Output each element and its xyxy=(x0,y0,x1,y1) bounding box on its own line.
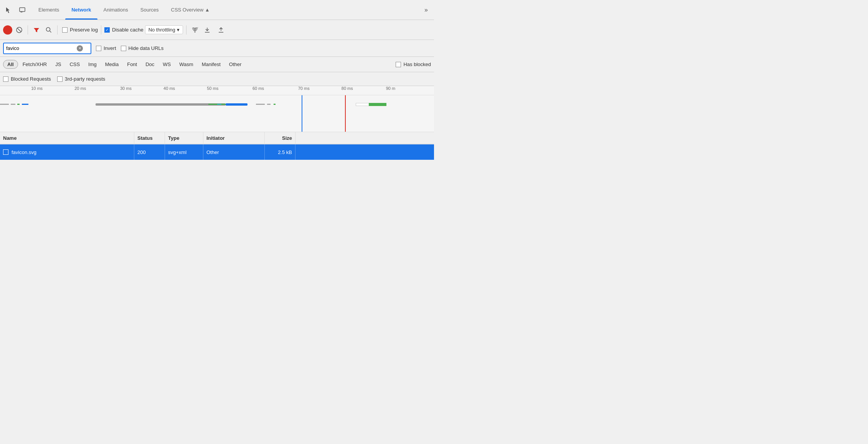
td-status: 200 xyxy=(134,144,165,160)
disable-cache-checkbox-box[interactable] xyxy=(104,27,110,33)
domcontent-line xyxy=(302,95,302,132)
devtools-icons xyxy=(3,5,28,15)
tab-elements[interactable]: Elements xyxy=(32,0,65,20)
ruler-40ms: 40 ms xyxy=(163,86,175,91)
type-filter-js[interactable]: JS xyxy=(51,60,65,68)
blocked-requests-checkbox-box[interactable] xyxy=(3,76,8,82)
invert-checkbox[interactable]: Invert xyxy=(96,45,116,51)
search-box: ✕ xyxy=(3,43,91,54)
ruler-80ms: 80 ms xyxy=(342,86,353,91)
svg-line-3 xyxy=(17,28,21,32)
file-checkbox-icon[interactable] xyxy=(3,149,8,155)
tab-bar: Elements Network Animations Sources CSS … xyxy=(0,0,434,20)
inspect-icon[interactable] xyxy=(3,5,14,15)
tab-sources[interactable]: Sources xyxy=(134,0,165,20)
record-button[interactable] xyxy=(3,25,12,35)
tl-bar-blue-1 xyxy=(22,104,28,105)
svg-rect-0 xyxy=(20,8,25,12)
throttle-dropdown[interactable]: No throttling ▾ xyxy=(145,25,183,34)
tl-bar-gray-right2 xyxy=(267,104,271,105)
import-button[interactable] xyxy=(202,25,213,35)
type-filter-doc[interactable]: Doc xyxy=(142,60,158,68)
tl-bar-gray-1 xyxy=(0,104,9,105)
ruler-20ms: 20 ms xyxy=(74,86,86,91)
toolbar-divider-3 xyxy=(101,25,101,35)
blocked-requests-row: Blocked Requests 3rd-party requests xyxy=(0,72,434,86)
type-filter-other[interactable]: Other xyxy=(225,60,246,68)
filter-button[interactable] xyxy=(31,25,42,35)
has-blocked-checkbox-box[interactable] xyxy=(396,62,401,67)
hide-data-urls-checkbox[interactable]: Hide data URLs xyxy=(121,45,164,51)
col-header-name[interactable]: Name xyxy=(0,132,134,144)
table-row[interactable]: favicon.svg 200 svg+xml Other 2.5 kB xyxy=(0,144,434,160)
tab-css-overview[interactable]: CSS Overview ▲ xyxy=(165,0,216,20)
third-party-checkbox-box[interactable] xyxy=(57,76,63,82)
svg-point-4 xyxy=(46,27,50,31)
td-size: 2.5 kB xyxy=(265,144,295,160)
timeline-content xyxy=(0,95,434,132)
tl-bar-blue-2 xyxy=(226,103,248,106)
ruler-90ms: 90 m xyxy=(386,86,395,91)
td-initiator: Other xyxy=(203,144,265,160)
type-filter-manifest[interactable]: Manifest xyxy=(198,60,224,68)
timeline-ruler: 10 ms 20 ms 30 ms 40 ms 50 ms 60 ms 70 m… xyxy=(0,86,434,95)
ruler-50ms: 50 ms xyxy=(207,86,218,91)
type-filter-ws[interactable]: WS xyxy=(159,60,175,68)
preserve-log-checkbox[interactable]: Preserve log xyxy=(62,27,98,33)
preserve-log-area: Preserve log xyxy=(62,27,98,33)
filter-row: ✕ Invert Hide data URLs xyxy=(0,40,434,57)
has-blocked-checkbox[interactable]: Has blocked xyxy=(396,61,431,67)
svg-line-5 xyxy=(50,31,51,32)
device-toggle-icon[interactable] xyxy=(17,5,28,15)
type-filter-all[interactable]: All xyxy=(3,60,18,69)
tl-bar-green-1 xyxy=(17,104,20,105)
import-export-buttons xyxy=(202,25,226,35)
col-header-initiator[interactable]: Initiator xyxy=(203,132,265,144)
tl-bar-teal xyxy=(217,104,221,105)
third-party-checkbox[interactable]: 3rd-party requests xyxy=(57,76,106,82)
col-header-type[interactable]: Type xyxy=(165,132,203,144)
tl-bar-gray-2 xyxy=(11,104,15,105)
has-blocked-area: Has blocked xyxy=(396,61,431,67)
type-filter-img[interactable]: Img xyxy=(84,60,101,68)
td-name: favicon.svg xyxy=(0,144,134,160)
type-filter-fetch-xhr[interactable]: Fetch/XHR xyxy=(19,60,51,68)
more-tabs-button[interactable]: » xyxy=(421,7,431,13)
toolbar-divider-2 xyxy=(57,25,58,35)
load-line xyxy=(345,95,346,132)
ruler-10ms: 10 ms xyxy=(31,86,43,91)
network-toolbar: Preserve log Disable cache No throttling… xyxy=(0,20,434,40)
blocked-requests-checkbox[interactable]: Blocked Requests xyxy=(3,76,51,82)
tab-animations[interactable]: Animations xyxy=(97,0,134,20)
tab-network[interactable]: Network xyxy=(65,0,97,20)
search-button[interactable] xyxy=(43,25,54,35)
network-settings-icon[interactable] xyxy=(190,25,200,35)
type-filter-bar: All Fetch/XHR JS CSS Img Media Font Doc … xyxy=(0,57,434,72)
tl-bar-green-far xyxy=(369,103,386,106)
toolbar-divider-4 xyxy=(186,25,186,35)
type-filter-wasm[interactable]: Wasm xyxy=(175,60,197,68)
type-filter-css[interactable]: CSS xyxy=(66,60,84,68)
svg-rect-1 xyxy=(21,12,22,12)
type-filter-media[interactable]: Media xyxy=(101,60,122,68)
svg-point-6 xyxy=(194,31,195,32)
col-header-status[interactable]: Status xyxy=(134,132,165,144)
timeline-area: 10 ms 20 ms 30 ms 40 ms 50 ms 60 ms 70 m… xyxy=(0,86,434,132)
hide-data-urls-checkbox-box[interactable] xyxy=(121,46,126,51)
col-header-size[interactable]: Size xyxy=(265,132,295,144)
table-header: Name Status Type Initiator Size xyxy=(0,132,434,144)
ruler-60ms: 60 ms xyxy=(252,86,264,91)
tl-bar-gray-long xyxy=(96,103,226,106)
toolbar-divider-1 xyxy=(28,25,28,35)
tl-bar-green-right xyxy=(274,104,276,105)
ruler-30ms: 30 ms xyxy=(120,86,132,91)
tab-list: Elements Network Animations Sources CSS … xyxy=(32,0,421,20)
preserve-log-checkbox-box[interactable] xyxy=(62,27,68,33)
disable-cache-checkbox[interactable]: Disable cache xyxy=(104,27,144,33)
invert-checkbox-box[interactable] xyxy=(96,46,101,51)
clear-search-button[interactable]: ✕ xyxy=(77,45,83,51)
export-button[interactable] xyxy=(216,25,226,35)
search-input[interactable] xyxy=(6,45,75,51)
type-filter-font[interactable]: Font xyxy=(123,60,141,68)
clear-button[interactable] xyxy=(14,25,25,35)
